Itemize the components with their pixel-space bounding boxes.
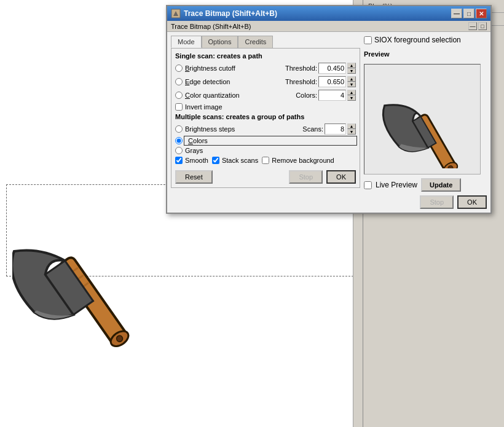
dialog-left-panel: Mode Options Credits Single scan: create… [171, 36, 360, 209]
tab-bar: Mode Options Credits [171, 36, 360, 48]
edge-threshold-input[interactable] [318, 76, 346, 87]
tab-mode-content: Single scan: creates a path Brightness c… [171, 48, 360, 188]
live-preview-checkbox[interactable] [364, 181, 372, 189]
titlebar-buttons: — □ ✕ [451, 9, 487, 18]
dialog-right-panel: SIOX foreground selection Preview [364, 36, 487, 209]
edge-spin-up[interactable]: ▲ [347, 76, 356, 82]
colors-spin-up[interactable]: ▲ [347, 90, 356, 95]
edge-threshold-group: Threshold: ▲ ▼ [285, 76, 356, 87]
colors-spin-down[interactable]: ▼ [347, 95, 356, 101]
bottom-buttons: Reset Stop OK [175, 170, 356, 184]
stop-button[interactable]: Stop [289, 170, 323, 184]
smooth-checkbox[interactable] [175, 157, 183, 164]
siox-row: SIOX foreground selection [364, 36, 487, 44]
colors-input[interactable] [318, 90, 346, 101]
maximize-button[interactable]: □ [463, 9, 474, 18]
brightness-threshold-label: Threshold: [285, 65, 317, 72]
dialog-main-content: Mode Options Credits Single scan: create… [167, 32, 490, 213]
axe-canvas-image [12, 203, 166, 377]
scans-spinners: ▲ ▼ [347, 123, 356, 135]
brightness-spinners: ▲ ▼ [347, 63, 356, 74]
brightness-threshold-group: Threshold: ▲ ▼ [285, 63, 356, 74]
colors-label: Colors: [296, 92, 317, 99]
dialog-titlebar: Trace Bitmap (Shift+Alt+B) — □ ✕ [167, 6, 490, 21]
grays-row: Grays [175, 147, 356, 154]
titlebar-left: Trace Bitmap (Shift+Alt+B) [171, 9, 277, 18]
tab-mode[interactable]: Mode [171, 36, 202, 48]
remove-bg-checkbox[interactable] [262, 157, 269, 164]
preview-label: Preview [364, 50, 487, 58]
colors-group: Colors: ▲ ▼ [296, 90, 356, 101]
scans-input[interactable] [325, 123, 346, 135]
brightness-cutoff-radio[interactable] [175, 65, 183, 72]
smooth-row: Smooth [175, 157, 208, 164]
live-preview-row: Live Preview Update [364, 178, 487, 192]
reset-button[interactable]: Reset [175, 170, 213, 184]
preview-axe-image [370, 70, 474, 168]
siox-label: SIOX foreground selection [374, 36, 461, 44]
colors-radio[interactable] [175, 137, 183, 144]
invert-image-checkbox[interactable] [175, 103, 183, 111]
remove-bg-row: Remove background [262, 157, 334, 164]
brightness-spin-up[interactable]: ▲ [347, 63, 356, 68]
stack-scans-checkbox[interactable] [212, 157, 219, 164]
scans-spin-up[interactable]: ▲ [347, 123, 356, 129]
edge-detection-label: Edge detection [185, 78, 283, 85]
smooth-label: Smooth [185, 157, 208, 164]
stack-scans-label: Stack scans [222, 157, 258, 164]
edge-detection-radio[interactable] [175, 78, 183, 85]
brightness-spin-down[interactable]: ▼ [347, 68, 356, 74]
brightness-steps-radio[interactable] [175, 125, 183, 133]
tab-credits[interactable]: Credits [238, 36, 273, 48]
edge-detection-row: Edge detection Threshold: ▲ ▼ [175, 76, 356, 87]
options-row: Smooth Stack scans Remove background [175, 157, 356, 166]
dialog-ok-button[interactable]: OK [457, 195, 487, 209]
subtitle-buttons: — □ [468, 22, 487, 30]
brightness-cutoff-label: Brightness cutoff [185, 65, 283, 72]
multiple-scans-title: Multiple scans: creates a group of paths [175, 113, 356, 120]
color-quantization-label: Color quantization [185, 92, 293, 99]
update-button[interactable]: Update [421, 178, 461, 192]
preview-box [364, 64, 481, 174]
color-quantization-row: Color quantization Colors: ▲ ▼ [175, 90, 356, 101]
grays-radio[interactable] [175, 147, 183, 154]
edge-spinners: ▲ ▼ [347, 76, 356, 87]
colors-spinners: ▲ ▼ [347, 90, 356, 101]
dialog-subtitle-title: Trace Bitmap (Shift+Alt+B) [171, 23, 251, 30]
brightness-threshold-input[interactable] [318, 63, 346, 74]
remove-bg-label: Remove background [272, 157, 334, 164]
invert-image-label: Invert image [185, 103, 222, 111]
scans-label: Scans: [302, 125, 323, 133]
stack-scans-row: Stack scans [212, 157, 258, 164]
grays-label: Grays [185, 147, 356, 154]
ok-button[interactable]: OK [326, 170, 356, 184]
dialog-stop-button[interactable]: Stop [420, 195, 454, 209]
scans-group: Scans: ▲ ▼ [302, 123, 356, 135]
dialog-title-icon [171, 9, 181, 18]
edge-threshold-label: Threshold: [285, 78, 317, 85]
brightness-cutoff-row: Brightness cutoff Threshold: ▲ ▼ [175, 63, 356, 74]
ok-stop-row: Stop OK [364, 195, 487, 209]
brightness-steps-label: Brightness steps [185, 125, 300, 133]
brightness-steps-row: Brightness steps Scans: ▲ ▼ [175, 123, 356, 135]
dialog-subtitle-bar: Trace Bitmap (Shift+Alt+B) — □ [167, 21, 490, 32]
scans-spin-down[interactable]: ▼ [347, 129, 356, 135]
dialog-title: Trace Bitmap (Shift+Alt+B) [184, 9, 277, 18]
single-scan-title: Single scan: creates a path [175, 52, 356, 60]
subtitle-minimize-btn[interactable]: — [468, 22, 477, 30]
close-button[interactable]: ✕ [476, 9, 487, 18]
tab-options[interactable]: Options [202, 36, 238, 48]
minimize-button[interactable]: — [451, 9, 462, 18]
colors-radio-label: Colors [185, 137, 356, 144]
trace-bitmap-dialog: Trace Bitmap (Shift+Alt+B) — □ ✕ Trace B… [166, 5, 492, 214]
live-preview-label: Live Preview [376, 181, 417, 189]
canvas-area: Blur (%) Opacity (%) [0, 0, 504, 427]
invert-image-row: Invert image [175, 103, 356, 111]
edge-spin-down[interactable]: ▼ [347, 82, 356, 87]
siox-checkbox[interactable] [364, 36, 372, 44]
subtitle-restore-btn[interactable]: □ [478, 22, 487, 30]
color-quantization-radio[interactable] [175, 92, 183, 99]
colors-radio-row: Colors [175, 137, 356, 144]
